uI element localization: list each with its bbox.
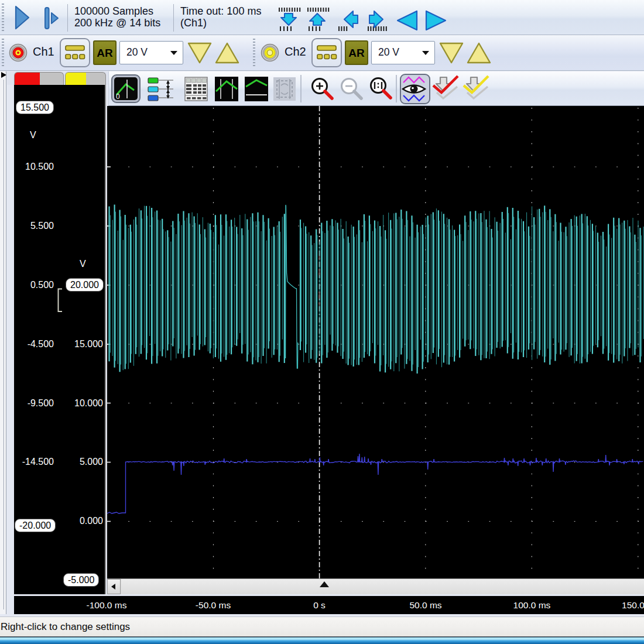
svg-text:0: 0 [116, 93, 120, 101]
